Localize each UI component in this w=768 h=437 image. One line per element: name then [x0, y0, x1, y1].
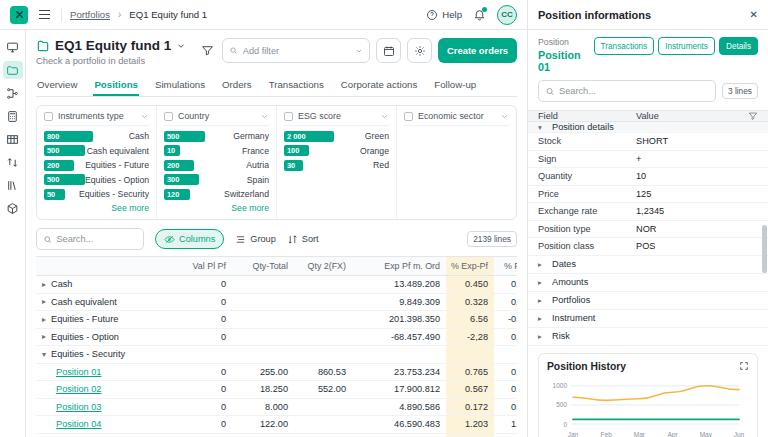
- tab-transactions[interactable]: Transactions: [268, 73, 325, 96]
- chevron-down-icon[interactable]: [500, 112, 509, 121]
- panel-scrollbar-thumb[interactable]: [762, 225, 767, 273]
- table-cell: 0.328: [494, 294, 517, 311]
- value-column-header[interactable]: Value: [636, 111, 659, 121]
- chevron-down-icon[interactable]: ▾: [42, 350, 51, 359]
- filter-bar-row[interactable]: 300Spain: [164, 174, 269, 186]
- chevron-down-icon[interactable]: [355, 46, 363, 56]
- filter-funnel-icon[interactable]: [199, 42, 216, 59]
- section-instrument[interactable]: ▸Instrument: [528, 310, 768, 328]
- section-dates[interactable]: ▸Dates: [528, 256, 768, 274]
- create-orders-button[interactable]: Create orders: [438, 38, 517, 63]
- table-cell: 0.172: [446, 399, 494, 416]
- svg-text:Mar: Mar: [634, 431, 646, 437]
- filter-bar-row[interactable]: 50Equities - Security: [44, 188, 149, 200]
- filter-funnel-icon[interactable]: [748, 111, 758, 121]
- see-more-link[interactable]: See more: [44, 203, 149, 213]
- filter-bar-row[interactable]: 30Red: [284, 159, 389, 171]
- dashboard-icon[interactable]: [3, 38, 23, 56]
- see-more-link[interactable]: See more: [164, 203, 269, 213]
- table-cell: 0: [172, 294, 232, 311]
- calculator-icon[interactable]: [3, 107, 23, 125]
- column-header[interactable]: Exp Pf m. Ord: [352, 257, 446, 275]
- position-link[interactable]: Position 01: [56, 367, 101, 377]
- panel-search-field[interactable]: [559, 86, 709, 96]
- transfers-icon[interactable]: [3, 153, 23, 171]
- position-history-chart: 05001000JanFebMarAprMayJun: [547, 374, 749, 437]
- instruments-button[interactable]: Instruments: [658, 37, 715, 55]
- filter-bar-row[interactable]: 800Cash: [44, 130, 149, 142]
- filter-bar-row[interactable]: 120Switzerland: [164, 188, 269, 200]
- tab-corporate-actions[interactable]: Corporate actions: [340, 73, 418, 96]
- chevron-right-icon[interactable]: ▸: [42, 297, 51, 306]
- breadcrumb-portfolios[interactable]: Portfolios: [70, 9, 110, 20]
- filter-bar-row[interactable]: 500Equities - Option: [44, 174, 149, 186]
- position-link[interactable]: Position 02: [56, 384, 101, 394]
- group-name: Equities - Future: [51, 314, 118, 324]
- field-column-header[interactable]: Field: [538, 111, 636, 121]
- chevron-down-icon[interactable]: [140, 112, 149, 121]
- filter-bar-row[interactable]: 100Orange: [284, 145, 389, 157]
- filter-bar-row[interactable]: 200Autria: [164, 159, 269, 171]
- chevron-down-icon[interactable]: [176, 41, 186, 51]
- sort-label: Sort: [302, 234, 319, 244]
- details-button[interactable]: Details: [719, 37, 758, 55]
- table-cell: 0.190: [494, 434, 517, 437]
- panel-search[interactable]: [538, 80, 716, 102]
- position-link[interactable]: Position 04: [56, 419, 101, 429]
- column-header[interactable]: % Exp-Pf: [446, 257, 494, 275]
- column-header[interactable]: Val Pl Pf: [172, 257, 232, 275]
- settings-button[interactable]: [407, 38, 432, 63]
- library-icon[interactable]: [3, 176, 23, 194]
- column-header[interactable]: Qty 2(FX): [294, 257, 352, 275]
- group-button[interactable]: Group: [235, 234, 276, 245]
- section-amounts[interactable]: ▸Amounts: [528, 274, 768, 292]
- tab-overview[interactable]: Overview: [36, 73, 78, 96]
- menu-icon[interactable]: [36, 7, 53, 23]
- section-position-details[interactable]: ▾ Position details: [528, 122, 768, 133]
- avatar[interactable]: CC: [497, 5, 517, 25]
- section-risk[interactable]: ▸Risk: [528, 328, 768, 346]
- tab-orders[interactable]: Orders: [221, 73, 253, 96]
- filter-bar-row[interactable]: 500Cash equivalent: [44, 145, 149, 157]
- tab-positions[interactable]: Positions: [93, 73, 139, 96]
- position-link[interactable]: Position 03: [56, 402, 101, 412]
- filter-checkbox[interactable]: [404, 112, 413, 121]
- table-cell: [294, 416, 352, 433]
- chevron-right-icon[interactable]: ▸: [42, 332, 51, 341]
- field-value: 125: [636, 189, 651, 199]
- chevron-right-icon[interactable]: ▸: [42, 280, 51, 289]
- calendar-button[interactable]: [376, 38, 401, 63]
- close-icon[interactable]: ✕: [750, 9, 758, 20]
- chevron-down-icon[interactable]: [380, 112, 389, 121]
- history-title: Position History: [547, 361, 626, 372]
- help-button[interactable]: Help: [426, 9, 462, 21]
- modules-icon[interactable]: [3, 199, 23, 217]
- notifications-bell-icon[interactable]: [473, 8, 486, 21]
- filter-checkbox[interactable]: [284, 112, 293, 121]
- hierarchy-icon[interactable]: [3, 84, 23, 102]
- add-filter-input[interactable]: [222, 38, 370, 63]
- add-filter-field[interactable]: [243, 46, 350, 56]
- expand-icon[interactable]: [739, 361, 749, 371]
- column-header[interactable]: Qty-Total: [232, 257, 294, 275]
- table-search-field[interactable]: [56, 234, 137, 244]
- filter-bar-row[interactable]: 10France: [164, 145, 269, 157]
- filter-bar-row[interactable]: 500Germany: [164, 130, 269, 142]
- tab-follow-up[interactable]: Follow-up: [433, 73, 477, 96]
- section-portfolios[interactable]: ▸Portfolios: [528, 292, 768, 310]
- filter-checkbox[interactable]: [44, 112, 53, 121]
- app-logo-icon[interactable]: [10, 6, 28, 24]
- columns-button[interactable]: Columns: [155, 229, 224, 249]
- column-header[interactable]: % Pf lst: [494, 257, 517, 275]
- table-search[interactable]: [36, 228, 144, 250]
- chevron-down-icon[interactable]: [260, 112, 269, 121]
- portfolios-icon[interactable]: [3, 61, 23, 79]
- filter-checkbox[interactable]: [164, 112, 173, 121]
- transactions-button[interactable]: Transactions: [594, 37, 655, 55]
- filter-bar-row[interactable]: 200Equities - Future: [44, 159, 149, 171]
- data-grid-icon[interactable]: [3, 130, 23, 148]
- tab-simulations[interactable]: Simulations: [154, 73, 206, 96]
- chevron-right-icon[interactable]: ▸: [42, 315, 51, 324]
- sort-button[interactable]: Sort: [287, 234, 319, 245]
- filter-bar-row[interactable]: 2 000Green: [284, 130, 389, 142]
